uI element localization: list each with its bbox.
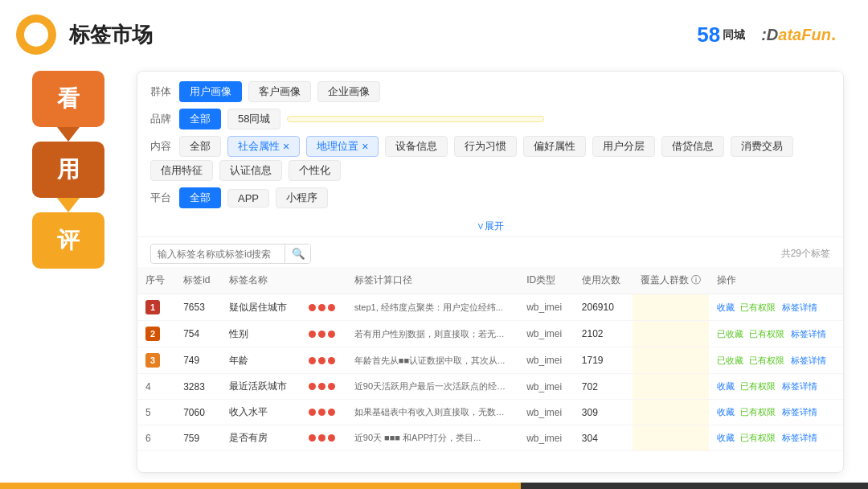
th-formula: 标签计算口径	[346, 267, 518, 294]
cell-coverage	[633, 347, 709, 374]
th-rank: 序号	[137, 267, 175, 294]
cell-idtype: wb_imei	[518, 425, 574, 451]
table-row: 43283最近活跃城市近90天活跃用户最后一次活跃点的经纬...wb_imei7…	[137, 374, 843, 400]
cell-usecount: 309	[574, 400, 633, 425]
cell-rank: 5	[137, 400, 175, 425]
platform-tab-miniprogram[interactable]: 小程序	[276, 187, 328, 208]
table-row: 6759是否有房近90天 ■■■ 和APP打分，类目...wb_imei304收…	[137, 425, 843, 451]
brand-tab-all[interactable]: 全部	[179, 109, 221, 129]
cell-rank: 6	[137, 425, 175, 451]
logo-58: 58 同城	[697, 24, 745, 45]
cell-formula: 近90天活跃用户最后一次活跃点的经纬...	[346, 374, 518, 400]
cell-idtype: wb_imei	[518, 347, 574, 374]
right-panel: 群体 用户画像 客户画像 企业画像 品牌 全部 58同城 内容 全部 社会属性 …	[137, 71, 844, 473]
content-tag-personal[interactable]: 个性化	[289, 160, 341, 181]
cell-actions: 收藏 已有权限 标签详情	[709, 374, 843, 400]
action-已有权限[interactable]: 已有权限	[740, 302, 776, 312]
platform-tab-app[interactable]: APP	[227, 189, 269, 208]
cell-name: 收入水平	[221, 400, 301, 425]
search-input[interactable]	[151, 245, 285, 263]
action-标签详情[interactable]: 标签详情	[782, 381, 817, 391]
action-已有权限[interactable]: 已有权限	[740, 407, 776, 417]
cell-usecount: 2102	[574, 321, 633, 347]
action-已收藏[interactable]: 已收藏	[717, 329, 743, 339]
step-use: 用	[32, 142, 104, 198]
content-tag-preference[interactable]: 偏好属性	[523, 136, 586, 157]
cell-dots	[301, 425, 346, 451]
cell-id: 759	[175, 425, 221, 451]
content-tag-device[interactable]: 设备信息	[385, 136, 448, 157]
cell-name: 疑似居住城市	[221, 294, 301, 321]
tag-table: 序号 标签id 标签名称 标签计算口径 ID类型 使用次数 覆盖人群数 ⓘ 操作…	[137, 267, 843, 451]
content-tag-loan[interactable]: 借贷信息	[661, 136, 724, 157]
cell-rank: 1	[137, 294, 175, 321]
table-row: 2754性别若有用户性别数据，则直接取；若无性...wb_imei2102已收藏…	[137, 321, 843, 347]
content-tag-consume[interactable]: 消费交易	[731, 136, 793, 157]
cell-name: 是否有房	[221, 425, 301, 451]
action-已收藏[interactable]: 已收藏	[717, 355, 743, 365]
content-tag-segment[interactable]: 用户分层	[592, 136, 655, 157]
action-已有权限[interactable]: 已有权限	[749, 355, 784, 365]
search-input-wrap[interactable]: 🔍	[150, 244, 311, 264]
bottom-bar	[0, 483, 868, 489]
page-title: 标签市场	[69, 21, 697, 49]
cell-formula: 若有用户性别数据，则直接取；若无性...	[346, 321, 518, 347]
cell-idtype: wb_imei	[518, 374, 574, 400]
action-收藏[interactable]: 收藏	[717, 433, 735, 442]
action-收藏[interactable]: 收藏	[717, 407, 735, 417]
expand-text: ∨展开	[477, 220, 504, 232]
cell-formula: 年龄首先从■■认证数据中取，其次从...	[346, 347, 518, 374]
filter-row-group: 群体 用户画像 客户画像 企业画像	[150, 81, 830, 102]
cell-name: 年龄	[221, 347, 301, 374]
content-tag-geo[interactable]: 地理位置	[306, 136, 379, 157]
action-收藏[interactable]: 收藏	[717, 381, 735, 391]
step-eval: 评	[32, 212, 104, 269]
group-tab-client[interactable]: 客户画像	[248, 81, 311, 102]
logo-58-suffix: 同城	[723, 29, 745, 40]
cell-dots	[301, 374, 346, 400]
action-已有权限[interactable]: 已有权限	[740, 381, 776, 391]
expand-row[interactable]: ∨展开	[137, 218, 843, 237]
cell-dots	[301, 347, 346, 374]
cell-usecount: 304	[574, 425, 633, 451]
logo-58-number: 58	[697, 24, 720, 45]
action-标签详情[interactable]: 标签详情	[782, 433, 817, 442]
total-count: 共29个标签	[781, 247, 830, 261]
cell-coverage	[633, 374, 709, 400]
content-tag-behavior[interactable]: 行为习惯	[454, 136, 517, 157]
content-tag-social[interactable]: 社会属性	[227, 136, 300, 157]
arrow-look-use	[57, 127, 80, 142]
action-标签详情[interactable]: 标签详情	[791, 355, 826, 365]
th-id: 标签id	[175, 267, 221, 294]
table-row: 57060收入水平如果基础表中有收入则直接取，无数据...wb_imei309收…	[137, 400, 843, 425]
platform-tab-all[interactable]: 全部	[179, 187, 221, 208]
action-收藏[interactable]: 收藏	[717, 302, 735, 312]
table-header-row: 序号 标签id 标签名称 标签计算口径 ID类型 使用次数 覆盖人群数 ⓘ 操作	[137, 267, 843, 294]
cell-actions: 收藏 已有权限 标签详情	[709, 425, 843, 451]
cell-formula: step1, 经纬度点聚类：用户定位经纬...	[346, 294, 518, 321]
brand-tab-58[interactable]: 58同城	[227, 109, 280, 129]
action-标签详情[interactable]: 标签详情	[782, 302, 817, 312]
group-tab-enterprise[interactable]: 企业画像	[317, 81, 380, 102]
action-已有权限[interactable]: 已有权限	[749, 329, 784, 339]
cell-name: 性别	[221, 321, 301, 347]
content-tag-auth[interactable]: 认证信息	[219, 160, 282, 181]
cell-coverage	[633, 294, 709, 321]
cell-idtype: wb_imei	[518, 321, 574, 347]
cell-rank: 3	[137, 347, 175, 374]
action-标签详情[interactable]: 标签详情	[791, 329, 826, 339]
group-tab-user[interactable]: 用户画像	[179, 81, 242, 102]
logo-circle	[16, 14, 56, 55]
search-button[interactable]: 🔍	[285, 244, 311, 263]
cell-actions: 收藏 已有权限 标签详情	[709, 400, 843, 425]
action-标签详情[interactable]: 标签详情	[782, 407, 817, 417]
content-tag-credit[interactable]: 信用特征	[150, 160, 213, 181]
cell-rank: 2	[137, 321, 175, 347]
action-已有权限[interactable]: 已有权限	[740, 433, 776, 442]
content-tag-all[interactable]: 全部	[179, 136, 221, 157]
cell-usecount: 1719	[574, 347, 633, 374]
step-look-label: 看	[57, 84, 80, 114]
left-sidebar: 看 用 评	[24, 71, 113, 473]
search-bar-row: 🔍 共29个标签	[137, 237, 843, 267]
th-usecount: 使用次数	[574, 267, 633, 294]
